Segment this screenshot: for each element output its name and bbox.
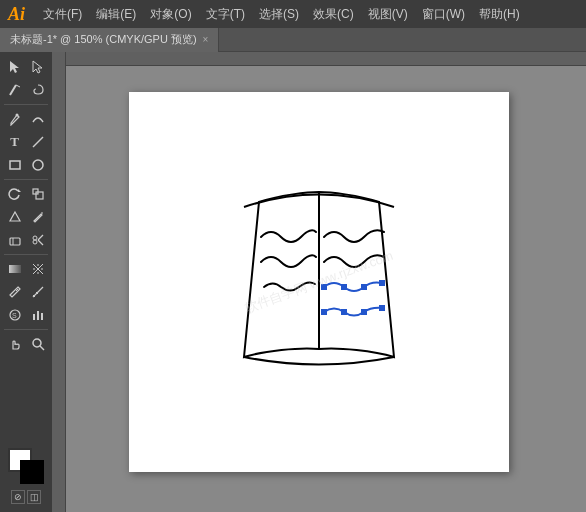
app-logo: Ai bbox=[8, 4, 25, 25]
tool-group-eraser bbox=[4, 229, 49, 251]
scissors-tool[interactable] bbox=[27, 229, 49, 251]
tool-group-pen bbox=[4, 108, 49, 130]
svg-rect-9 bbox=[36, 192, 43, 199]
direct-select-tool[interactable] bbox=[27, 56, 49, 78]
svg-text:S: S bbox=[12, 312, 17, 319]
rect-tool[interactable] bbox=[4, 154, 26, 176]
color-area: ⊘ ◫ bbox=[8, 440, 44, 508]
svg-point-15 bbox=[33, 236, 37, 240]
svg-rect-25 bbox=[37, 311, 39, 320]
svg-line-3 bbox=[16, 85, 20, 87]
svg-rect-36 bbox=[379, 305, 385, 311]
svg-rect-34 bbox=[341, 309, 347, 315]
menu-window[interactable]: 窗口(W) bbox=[416, 4, 471, 25]
svg-rect-24 bbox=[33, 314, 35, 320]
svg-rect-17 bbox=[9, 265, 21, 273]
shaper-tool[interactable] bbox=[4, 206, 26, 228]
menu-edit[interactable]: 编辑(E) bbox=[90, 4, 142, 25]
scale-tool[interactable] bbox=[27, 183, 49, 205]
tool-group-magic bbox=[4, 79, 49, 101]
tool-group-select bbox=[4, 56, 49, 78]
rotate-tool[interactable] bbox=[4, 183, 26, 205]
menu-bar[interactable]: 文件(F) 编辑(E) 对象(O) 文字(T) 选择(S) 效果(C) 视图(V… bbox=[37, 4, 526, 25]
selection-tool[interactable] bbox=[4, 56, 26, 78]
svg-point-4 bbox=[15, 114, 18, 117]
svg-rect-29 bbox=[321, 284, 327, 290]
svg-rect-26 bbox=[41, 313, 43, 320]
tab-bar: 未标题-1* @ 150% (CMYK/GPU 预览) × bbox=[0, 28, 586, 52]
title-bar: Ai 文件(F) 编辑(E) 对象(O) 文字(T) 选择(S) 效果(C) 视… bbox=[0, 0, 586, 28]
svg-rect-35 bbox=[361, 309, 367, 315]
ellipse-tool[interactable] bbox=[27, 154, 49, 176]
menu-effect[interactable]: 效果(C) bbox=[307, 4, 360, 25]
line-tool[interactable] bbox=[27, 131, 49, 153]
tool-divider-1 bbox=[4, 104, 48, 105]
color-mode-icons: ⊘ ◫ bbox=[11, 490, 41, 504]
svg-marker-8 bbox=[18, 189, 21, 192]
left-toolbar: T bbox=[0, 52, 52, 512]
ruler-left bbox=[52, 52, 66, 512]
tool-divider-3 bbox=[4, 254, 48, 255]
menu-file[interactable]: 文件(F) bbox=[37, 4, 88, 25]
svg-marker-1 bbox=[33, 61, 42, 73]
lasso-tool[interactable] bbox=[27, 79, 49, 101]
svg-line-28 bbox=[40, 346, 44, 350]
svg-point-27 bbox=[33, 339, 41, 347]
tool-group-hand bbox=[4, 333, 49, 355]
svg-marker-0 bbox=[10, 61, 19, 73]
menu-view[interactable]: 视图(V) bbox=[362, 4, 414, 25]
eyedropper-tool[interactable] bbox=[4, 281, 26, 303]
svg-rect-30 bbox=[341, 284, 347, 290]
svg-point-7 bbox=[33, 160, 43, 170]
tab-close-button[interactable]: × bbox=[203, 34, 209, 45]
menu-object[interactable]: 对象(O) bbox=[144, 4, 197, 25]
mesh-tool[interactable] bbox=[27, 258, 49, 280]
tool-group-type: T bbox=[4, 131, 49, 153]
magic-wand-tool[interactable] bbox=[4, 79, 26, 101]
artboard bbox=[129, 92, 509, 472]
tool-group-gradient bbox=[4, 258, 49, 280]
tab-label: 未标题-1* @ 150% (CMYK/GPU 预览) bbox=[10, 32, 197, 47]
eraser-tool[interactable] bbox=[4, 229, 26, 251]
tool-group-transform bbox=[4, 183, 49, 205]
svg-line-19 bbox=[33, 287, 43, 297]
symbol-tool[interactable]: S bbox=[4, 304, 26, 326]
tool-group-chart: S bbox=[4, 304, 49, 326]
menu-type[interactable]: 文字(T) bbox=[200, 4, 251, 25]
svg-rect-6 bbox=[10, 161, 20, 169]
pen-tool[interactable] bbox=[4, 108, 26, 130]
none-color-icon[interactable]: ⊘ bbox=[11, 490, 25, 504]
color-swatches[interactable] bbox=[8, 448, 44, 484]
zoom-tool[interactable] bbox=[27, 333, 49, 355]
svg-rect-11 bbox=[10, 238, 20, 245]
svg-line-13 bbox=[38, 235, 43, 240]
menu-help[interactable]: 帮助(H) bbox=[473, 4, 526, 25]
curvature-tool[interactable] bbox=[27, 108, 49, 130]
svg-line-2 bbox=[10, 85, 16, 95]
tool-group-shapes bbox=[4, 154, 49, 176]
svg-rect-32 bbox=[379, 280, 385, 286]
svg-rect-31 bbox=[361, 284, 367, 290]
bar-chart-tool[interactable] bbox=[27, 304, 49, 326]
tool-group-shaper bbox=[4, 206, 49, 228]
tool-divider-2 bbox=[4, 179, 48, 180]
stroke-color[interactable] bbox=[20, 460, 44, 484]
svg-point-16 bbox=[33, 240, 37, 244]
svg-rect-33 bbox=[321, 309, 327, 315]
document-tab[interactable]: 未标题-1* @ 150% (CMYK/GPU 预览) × bbox=[0, 28, 219, 52]
menu-select[interactable]: 选择(S) bbox=[253, 4, 305, 25]
canvas-area: 软件自学网 www.rjzxw.com bbox=[52, 52, 586, 512]
svg-line-14 bbox=[38, 240, 43, 245]
main-layout: T bbox=[0, 52, 586, 512]
book-illustration bbox=[189, 167, 449, 397]
svg-line-5 bbox=[33, 137, 43, 147]
gradient-color-icon[interactable]: ◫ bbox=[27, 490, 41, 504]
type-tool[interactable]: T bbox=[4, 131, 26, 153]
tool-group-eyedropper bbox=[4, 281, 49, 303]
measure-tool[interactable] bbox=[27, 281, 49, 303]
hand-tool[interactable] bbox=[4, 333, 26, 355]
tool-divider-4 bbox=[4, 329, 48, 330]
pencil-tool[interactable] bbox=[27, 206, 49, 228]
gradient-tool[interactable] bbox=[4, 258, 26, 280]
ruler-top bbox=[52, 52, 586, 66]
